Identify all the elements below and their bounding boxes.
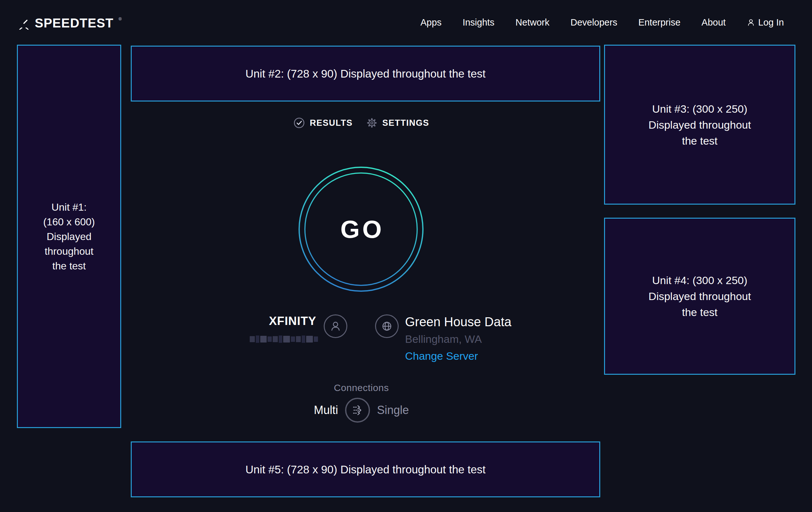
tab-results-label: RESULTS [310,118,353,128]
logo-text: SPEEDTEST [35,16,114,30]
go-button-label: GO [297,165,425,293]
globe-icon [379,319,394,333]
connections-multi-label[interactable]: Multi [314,403,338,417]
results-settings-tabs: RESULTS SETTINGS [131,115,592,131]
logo-trademark: ® [119,17,122,21]
person-icon [329,320,342,333]
top-nav-bar: SPEEDTEST ® Apps Insights Network Develo… [0,0,812,45]
tab-results[interactable]: RESULTS [293,117,353,129]
ad-unit-4-text: Unit #4: (300 x 250) Displayed throughou… [648,272,751,320]
ad-unit-2[interactable]: Unit #2: (728 x 90) Displayed throughout… [131,46,600,102]
server-location: Bellingham, WA [405,333,584,345]
ad-unit-1[interactable]: Unit #1: (160 x 600) Displayed throughou… [17,45,121,428]
server-globe-badge[interactable] [375,315,399,338]
ad-unit-4[interactable]: Unit #4: (300 x 250) Displayed throughou… [604,218,795,375]
speedtest-page: { "header": { "logo_text": "SPEEDTEST", … [0,0,812,512]
connections-toggle-row: Multi Single [297,397,425,423]
isp-ip-redacted [250,335,318,343]
login-button[interactable]: Log In [747,17,784,28]
check-circle-icon [293,117,305,129]
nav-item-developers[interactable]: Developers [571,17,617,28]
login-label: Log In [758,17,784,28]
ad-unit-2-text: Unit #2: (728 x 90) Displayed throughout… [245,68,486,80]
ad-unit-1-text: Unit #1: (160 x 600) Displayed throughou… [44,200,95,273]
ad-unit-5-text: Unit #5: (728 x 90) Displayed throughout… [245,463,486,476]
server-name: Green House Data [405,315,584,329]
nav-item-insights[interactable]: Insights [462,17,494,28]
ad-unit-3[interactable]: Unit #3: (300 x 250) Displayed throughou… [604,45,795,205]
nav-item-about[interactable]: About [702,17,726,28]
nav-item-enterprise[interactable]: Enterprise [638,17,680,28]
user-icon [747,18,755,27]
server-info: Green House Data Bellingham, WA Change S… [405,315,584,362]
speedometer-gauge-icon [18,17,30,30]
connections-toggle-button[interactable] [345,398,370,423]
ad-unit-5[interactable]: Unit #5: (728 x 90) Displayed throughout… [131,441,600,497]
connections-single-label[interactable]: Single [377,403,409,417]
connections-label: Connections [297,382,425,393]
go-button[interactable]: GO [297,165,425,293]
tab-settings[interactable]: SETTINGS [366,117,429,129]
speedtest-logo[interactable]: SPEEDTEST ® [18,16,121,30]
ad-unit-3-text: Unit #3: (300 x 250) Displayed throughou… [648,101,751,149]
nav-item-network[interactable]: Network [515,17,549,28]
isp-avatar[interactable] [324,315,347,338]
tab-settings-label: SETTINGS [382,118,429,128]
change-server-link[interactable]: Change Server [405,350,478,362]
multi-connection-arrows-icon [350,403,365,417]
main-nav: Apps Insights Network Developers Enterpr… [420,0,784,45]
isp-name: XFINITY [223,315,316,328]
gear-icon [366,117,378,129]
nav-item-apps[interactable]: Apps [420,17,441,28]
